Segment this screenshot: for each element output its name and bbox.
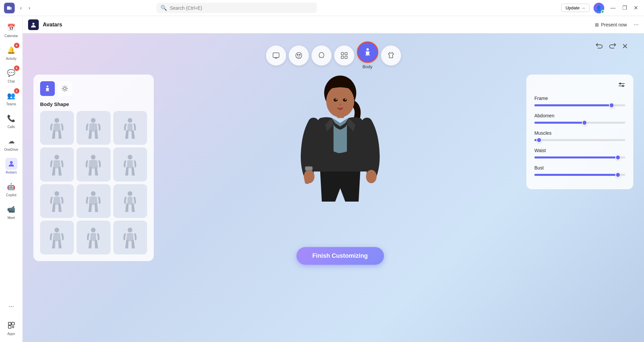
svg-point-21	[128, 118, 132, 123]
abdomen-slider-fill	[534, 122, 585, 124]
sidebar-item-calendar[interactable]: 📅 Calendar	[2, 19, 21, 41]
svg-point-20	[91, 118, 96, 123]
sidebar: 📅 Calendar 🔔 Activity 6 💬 Chat 5 👥 Teams…	[0, 16, 23, 342]
close-button[interactable]: ✕	[632, 4, 640, 12]
present-now-button[interactable]: ⊞ Present now	[592, 21, 630, 29]
titlebar: ‹ › 🔍 Update ··· 👤 — ❐ ✕	[0, 0, 644, 16]
waist-slider-thumb[interactable]	[615, 155, 621, 160]
svg-rect-8	[273, 53, 279, 58]
body-shape-6[interactable]	[113, 147, 147, 181]
svg-rect-12	[341, 52, 344, 55]
sidebar-label-onedrive: OneDrive	[4, 148, 18, 152]
filter-button[interactable]	[618, 81, 625, 90]
sidebar-item-meet[interactable]: 📹 Meet	[2, 201, 21, 223]
muscles-slider-thumb[interactable]	[536, 137, 542, 143]
sidebar-item-teams[interactable]: 👥 Teams 2	[2, 87, 21, 109]
sidebar-item-avatars[interactable]: Avatars	[2, 155, 21, 177]
panel-tab-accessories[interactable]	[57, 81, 72, 96]
minimize-button[interactable]: —	[608, 4, 618, 12]
svg-rect-3	[12, 322, 14, 325]
waist-slider-track	[534, 156, 625, 158]
calls-icon: 📞	[5, 112, 17, 124]
search-input[interactable]	[170, 5, 313, 11]
sidebar-item-copilot[interactable]: 🤖 Copilot	[2, 178, 21, 200]
abdomen-slider-section: Abdomen	[534, 113, 625, 124]
body-shape-7[interactable]	[40, 184, 74, 218]
body-shape-title: Body Shape	[40, 101, 147, 107]
bust-slider-thumb[interactable]	[615, 172, 621, 178]
search-icon: 🔍	[160, 5, 167, 11]
svg-rect-2	[8, 322, 11, 325]
svg-point-36	[336, 99, 337, 100]
body-shape-10[interactable]	[40, 221, 74, 254]
svg-rect-4	[8, 326, 11, 328]
update-button[interactable]: Update ···	[561, 4, 590, 12]
toolbar-face-button[interactable]	[289, 45, 309, 66]
sidebar-item-chat[interactable]: 💬 Chat 5	[2, 64, 21, 86]
redo-button[interactable]	[609, 41, 617, 51]
sidebar-label-apps: Apps	[7, 332, 15, 336]
app-header: Avatars ⊞ Present now ···	[23, 16, 644, 33]
user-avatar[interactable]: 👤	[594, 3, 604, 13]
svg-point-39	[366, 170, 377, 183]
toolbar-outfit-button[interactable]	[381, 45, 401, 66]
frame-slider-track	[534, 104, 625, 106]
frame-slider-thumb[interactable]	[609, 103, 614, 108]
maximize-button[interactable]: ❐	[620, 4, 629, 12]
sidebar-label-activity: Activity	[6, 57, 17, 61]
present-now-icon: ⊞	[595, 22, 599, 27]
undo-button[interactable]	[595, 41, 603, 51]
editor-close-button[interactable]: ✕	[622, 42, 628, 51]
body-shape-2[interactable]	[77, 111, 110, 145]
update-dots: ···	[582, 5, 585, 10]
panel-tab-body[interactable]	[40, 81, 55, 96]
finish-customizing-label: Finish Customizing	[312, 252, 368, 259]
body-shape-9[interactable]	[113, 184, 147, 218]
body-shape-3[interactable]	[113, 111, 147, 145]
chat-badge: 5	[14, 66, 19, 71]
svg-point-19	[54, 118, 59, 123]
toolbar-body-button[interactable]	[357, 41, 378, 63]
abdomen-slider-thumb[interactable]	[582, 120, 587, 125]
main-area: 📅 Calendar 🔔 Activity 6 💬 Chat 5 👥 Teams…	[0, 16, 644, 342]
svg-rect-13	[345, 52, 347, 55]
toolbar-head-button[interactable]	[311, 45, 332, 66]
body-shape-5[interactable]	[77, 147, 110, 181]
svg-point-33	[326, 85, 354, 117]
copilot-icon: 🤖	[5, 181, 17, 193]
body-shape-1[interactable]	[40, 111, 74, 145]
body-shape-8[interactable]	[77, 184, 110, 218]
app-more-button[interactable]: ···	[634, 21, 639, 28]
back-button[interactable]: ‹	[17, 4, 24, 12]
sidebar-item-calls[interactable]: 📞 Calls	[2, 110, 21, 132]
app-title: Avatars	[43, 22, 62, 28]
search-bar[interactable]: 🔍	[156, 3, 317, 13]
forward-button[interactable]: ›	[26, 4, 33, 12]
editor-body: Body Shape	[23, 69, 644, 342]
frame-slider-section: Frame	[534, 96, 625, 106]
svg-rect-14	[341, 56, 344, 59]
onedrive-icon: ☁	[5, 135, 17, 147]
calendar-icon: 📅	[5, 21, 17, 33]
body-shape-12[interactable]	[113, 221, 147, 254]
center-area: Finish Customizing	[159, 75, 521, 267]
toolbar-scene-button[interactable]	[266, 45, 286, 66]
svg-point-28	[54, 228, 59, 232]
body-shape-4[interactable]	[40, 147, 74, 181]
finish-customizing-button[interactable]: Finish Customizing	[296, 247, 384, 265]
sidebar-label-teams: Teams	[6, 102, 16, 106]
sidebar-item-more[interactable]: ···	[2, 297, 21, 315]
teams-logo	[4, 3, 15, 13]
toolbar-features-button[interactable]	[334, 45, 354, 66]
svg-point-43	[620, 83, 621, 84]
svg-point-1	[10, 161, 13, 164]
waist-slider-fill	[534, 156, 618, 158]
sidebar-item-apps[interactable]: Apps	[2, 317, 21, 339]
muscles-slider-track	[534, 139, 625, 141]
svg-rect-40	[305, 166, 312, 170]
sidebar-item-onedrive[interactable]: ☁ OneDrive	[2, 132, 21, 154]
muscles-slider-section: Muscles	[534, 130, 625, 141]
body-shape-11[interactable]	[77, 221, 110, 254]
sidebar-item-activity[interactable]: 🔔 Activity 6	[2, 41, 21, 64]
sidebar-label-calendar: Calendar	[4, 34, 18, 38]
